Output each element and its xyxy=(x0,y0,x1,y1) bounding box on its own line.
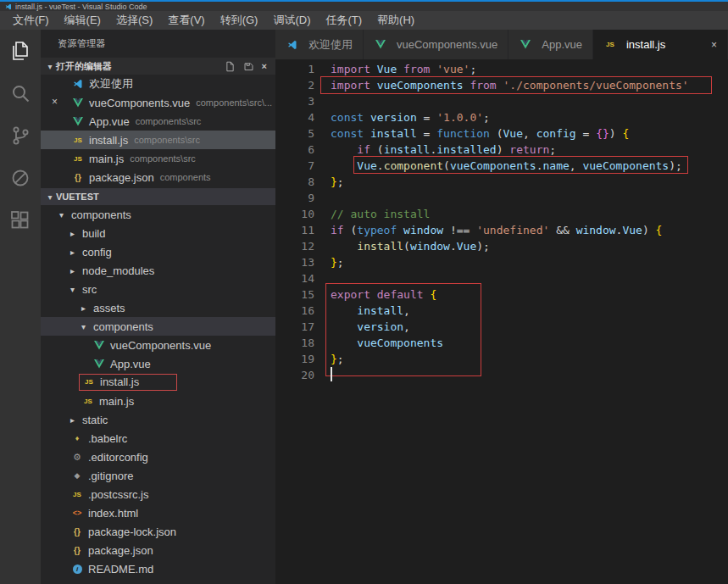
code-line[interactable]: 16 install, xyxy=(275,303,728,319)
tab-App.vue[interactable]: App.vue xyxy=(508,30,593,59)
editor-pane: 欢迎使用vueComponents.vueApp.vueJSinstall.js… xyxy=(275,30,728,584)
json-icon: {} xyxy=(70,544,84,556)
open-editor-item[interactable]: {}package.jsoncomponents xyxy=(41,168,275,186)
tree-item[interactable]: ▾src xyxy=(41,280,275,298)
menu-item[interactable]: 选择(S) xyxy=(108,13,160,28)
tree-item[interactable]: {}package.json xyxy=(41,541,275,559)
code-line[interactable]: 4const version = '1.0.0'; xyxy=(275,109,728,125)
tree-item[interactable]: ▾components xyxy=(41,205,275,224)
vue-icon xyxy=(71,97,85,108)
close-all-editors-icon[interactable]: × xyxy=(262,61,267,71)
code-line-text: version, xyxy=(314,319,410,335)
tree-item-content: ▸config xyxy=(70,246,112,259)
code-line[interactable]: 15export default { xyxy=(275,286,728,303)
code-line[interactable]: 12 install(window.Vue); xyxy=(275,238,728,254)
vuetest-section-header[interactable]: ▾ VUETEST xyxy=(41,188,275,205)
vscode-icon xyxy=(286,39,299,51)
tab-install.js[interactable]: JSinstall.js× xyxy=(593,30,728,59)
tree-item-label: node_modules xyxy=(82,264,154,277)
close-icon[interactable]: × xyxy=(52,96,58,108)
search-icon[interactable] xyxy=(0,72,41,114)
code-line[interactable]: 6 if (install.installed) return; xyxy=(275,142,728,158)
tree-item-content: {}package-lock.json xyxy=(70,526,176,538)
code-line[interactable]: 20 xyxy=(275,367,728,383)
explorer-icon[interactable] xyxy=(0,30,41,72)
source-control-icon[interactable] xyxy=(0,114,41,157)
line-number: 8 xyxy=(275,174,314,190)
tree-item[interactable]: ▸config xyxy=(41,242,275,261)
code-line[interactable]: 18 vueComponents xyxy=(275,335,728,351)
menu-item[interactable]: 文件(F) xyxy=(5,13,57,28)
open-editor-item[interactable]: ×vueComponents.vuecomponents\src\... xyxy=(41,93,275,112)
tree-item[interactable]: ♦.babelrc xyxy=(41,429,275,448)
window-title: install.js - vueTest - Visual Studio Cod… xyxy=(15,3,147,11)
menu-item[interactable]: 帮助(H) xyxy=(370,13,422,28)
tree-item[interactable]: {}package-lock.json xyxy=(41,522,275,541)
code-line-text: vueComponents xyxy=(314,335,443,351)
editor-body[interactable]: 1import Vue from 'vue';2import vueCompon… xyxy=(275,59,728,584)
menu-item[interactable]: 调试(D) xyxy=(265,13,318,28)
tree-item[interactable]: iREADME.md xyxy=(41,559,275,578)
code-line[interactable]: 10// auto install xyxy=(275,206,728,222)
tab-欢迎使用[interactable]: 欢迎使用 xyxy=(275,30,364,59)
menu-item[interactable]: 转到(G) xyxy=(213,13,266,28)
code-line[interactable]: 7 Vue.component(vueComponents.name, vueC… xyxy=(275,158,728,174)
tree-item-label: vueComponents.vue xyxy=(110,339,211,352)
open-editor-item[interactable]: App.vuecomponents\src xyxy=(41,112,275,131)
line-number: 6 xyxy=(275,142,314,158)
code-line[interactable]: 8}; xyxy=(275,174,728,190)
tree-item[interactable]: ◆.gitignore xyxy=(41,466,275,485)
open-editor-item[interactable]: JSinstall.jscomponents\src xyxy=(41,131,275,149)
vue-icon xyxy=(92,358,106,370)
code-line[interactable]: 19}; xyxy=(275,351,728,367)
code-line[interactable]: 1import Vue from 'vue'; xyxy=(275,61,728,77)
tree-item[interactable]: ⚙.editorconfig xyxy=(41,448,275,466)
chevron-expanded-icon: ▾ xyxy=(44,62,56,71)
tree-item[interactable]: JSinstall.js xyxy=(41,373,275,392)
tree-item[interactable]: ▸static xyxy=(41,410,275,429)
tree-item[interactable]: ▾components xyxy=(41,317,275,336)
annotation-box-install-js-file: JSinstall.js xyxy=(79,374,177,391)
code-line[interactable]: 5const install = function (Vue, config =… xyxy=(275,125,728,142)
menu-item[interactable]: 任务(T) xyxy=(318,13,370,28)
tree-item[interactable]: ▸assets xyxy=(41,298,275,317)
code-area[interactable]: 1import Vue from 'vue';2import vueCompon… xyxy=(275,59,728,383)
tab-vueComponents.vue[interactable]: vueComponents.vue xyxy=(364,30,508,59)
sidebar: 资源管理器 ▾ 打开的编辑器 × 欢迎使用×vueComponents.vuec… xyxy=(41,30,275,584)
code-line[interactable]: 9 xyxy=(275,190,728,206)
tree-item-label: static xyxy=(82,414,108,426)
open-editor-label: main.js xyxy=(89,153,124,165)
close-icon[interactable]: × xyxy=(711,39,717,51)
debug-icon[interactable] xyxy=(0,157,41,199)
code-line-text: import vueComponents from './components/… xyxy=(314,77,689,93)
menu-bar: 文件(F)编辑(E)选择(S)查看(V)转到(G)调试(D)任务(T)帮助(H) xyxy=(0,11,728,30)
code-line-text xyxy=(314,93,331,109)
open-editors-actions: × xyxy=(225,61,275,72)
open-editors-header[interactable]: ▾ 打开的编辑器 × xyxy=(41,58,275,75)
menu-item[interactable]: 编辑(E) xyxy=(57,13,108,28)
code-line[interactable]: 2import vueComponents from './components… xyxy=(275,77,728,93)
code-line[interactable]: 3 xyxy=(275,93,728,109)
menu-item[interactable]: 查看(V) xyxy=(160,13,212,28)
chevron-collapsed-icon: ▸ xyxy=(70,229,82,238)
open-editor-item[interactable]: JSmain.jscomponents\src xyxy=(41,149,275,168)
code-line[interactable]: 13}; xyxy=(275,254,728,270)
code-line[interactable]: 14 xyxy=(275,270,728,286)
tree-item[interactable]: JS.postcssrc.js xyxy=(41,485,275,503)
tree-item[interactable]: ▸build xyxy=(41,224,275,242)
code-line-text: }; xyxy=(314,254,344,270)
tree-item[interactable]: JSmain.js xyxy=(41,392,275,410)
code-line[interactable]: 11if (typeof window !== 'undefined' && w… xyxy=(275,222,728,238)
code-line[interactable]: 17 version, xyxy=(275,319,728,335)
tree-item[interactable]: vueComponents.vue xyxy=(41,336,275,354)
tree-item[interactable]: <>index.html xyxy=(41,503,275,522)
save-all-icon[interactable] xyxy=(243,61,254,72)
tree-item-label: package-lock.json xyxy=(88,526,176,538)
tree-item[interactable]: App.vue xyxy=(41,354,275,373)
tree-item-content: ▸node_modules xyxy=(70,264,154,277)
new-untitled-file-icon[interactable] xyxy=(225,61,236,72)
tree-item-label: .gitignore xyxy=(88,470,133,482)
open-editor-item[interactable]: 欢迎使用 xyxy=(41,75,275,93)
tree-item[interactable]: ▸node_modules xyxy=(41,261,275,280)
extensions-icon[interactable] xyxy=(0,199,41,242)
